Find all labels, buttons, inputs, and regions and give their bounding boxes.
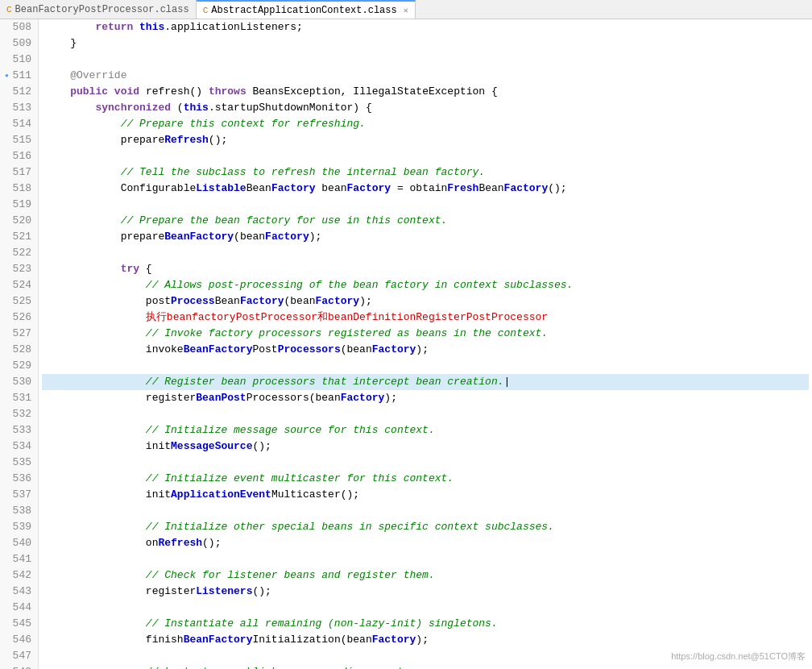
code-line-527: // Invoke factory processors registered … <box>42 326 809 342</box>
code-line-518: ConfigurableListableBeanFactory beanFact… <box>42 181 809 197</box>
code-line-546: finishBeanFactoryInitialization(beanFact… <box>42 632 809 648</box>
ln-531: 531 <box>6 390 31 406</box>
code-line-534: initMessageSource(); <box>42 438 809 455</box>
ln-519: 519 <box>6 197 31 213</box>
code-line-530: // Register bean processors that interce… <box>42 374 809 390</box>
ln-518: 518 <box>6 181 31 197</box>
code-line-511: @Override <box>42 68 809 84</box>
ln-521: 521 <box>6 229 31 245</box>
code-line-529 <box>42 358 809 374</box>
ln-533: 533 <box>6 422 31 438</box>
code-line-525: postProcessBeanFactory(beanFactory); <box>42 293 809 310</box>
ln-513: 513 <box>6 100 31 116</box>
code-line-547 <box>42 648 809 664</box>
code-content: return this.applicationListeners; } @Ove… <box>39 19 812 669</box>
ln-512: 512 <box>6 84 31 100</box>
ln-545: 545 <box>6 616 31 632</box>
tab-label-2: AbstractApplicationContext.class <box>211 5 396 16</box>
code-line-545: // Instantiate all remaining (non-lazy-i… <box>42 616 809 632</box>
ln-522: 522 <box>6 245 31 261</box>
code-line-526: 执行beanfactoryPostProcessor和beanDefinitio… <box>42 310 809 326</box>
code-line-520: // Prepare the bean factory for use in t… <box>42 213 809 229</box>
code-line-522 <box>42 245 809 261</box>
ln-528: 528 <box>6 342 31 358</box>
tab-close-2[interactable]: ✕ <box>404 6 408 15</box>
ln-525: 525 <box>6 293 31 310</box>
ln-526: 526 <box>6 310 31 326</box>
code-line-521: prepareBeanFactory(beanFactory); <box>42 229 809 245</box>
code-line-533: // Initialize message source for this co… <box>42 422 809 438</box>
tab-beanfactory[interactable]: C BeanFactoryPostProcessor.class <box>0 0 197 19</box>
tab-bar: C BeanFactoryPostProcessor.class C Abstr… <box>0 0 812 19</box>
code-line-540: onRefresh(); <box>42 535 809 551</box>
code-line-538 <box>42 503 809 519</box>
code-line-516 <box>42 148 809 164</box>
tab-abstractappcontext[interactable]: C AbstractApplicationContext.class ✕ <box>197 0 416 19</box>
code-line-510 <box>42 52 809 68</box>
code-line-515: prepareRefresh(); <box>42 132 809 148</box>
code-line-517: // Tell the subclass to refresh the inte… <box>42 164 809 181</box>
code-line-548: // Last step: publish corresponding even… <box>42 664 809 669</box>
ln-540: 540 <box>6 535 31 551</box>
code-line-537: initApplicationEventMulticaster(); <box>42 487 809 503</box>
code-line-524: // Allows post-processing of the bean fa… <box>42 277 809 293</box>
code-line-512: public void refresh() throws BeansExcept… <box>42 84 809 100</box>
ln-523: 523 <box>6 261 31 277</box>
ln-517: 517 <box>6 164 31 181</box>
code-line-532 <box>42 406 809 422</box>
code-line-543: registerListeners(); <box>42 584 809 600</box>
code-line-536: // Initialize event multicaster for this… <box>42 471 809 487</box>
ln-514: 514 <box>6 116 31 132</box>
ln-510: 510 <box>6 52 31 68</box>
ln-546: 546 <box>6 632 31 648</box>
ln-547: 547 <box>6 648 31 664</box>
ln-530: 530 <box>6 374 31 390</box>
ln-515: 515 <box>6 132 31 148</box>
code-line-514: // Prepare this context for refreshing. <box>42 116 809 132</box>
code-line-508: return this.applicationListeners; <box>42 19 809 35</box>
ln-536: 536 <box>6 471 31 487</box>
ln-537: 537 <box>6 487 31 503</box>
code-line-544 <box>42 600 809 616</box>
ln-520: 520 <box>6 213 31 229</box>
tab-icon-2: C <box>203 6 209 15</box>
code-line-513: synchronized (this.startupShutdownMonito… <box>42 100 809 116</box>
ln-511: 511 <box>6 68 31 84</box>
code-line-531: registerBeanPostProcessors(beanFactory); <box>42 390 809 406</box>
ln-544: 544 <box>6 600 31 616</box>
code-line-528: invokeBeanFactoryPostProcessors(beanFact… <box>42 342 809 358</box>
ln-539: 539 <box>6 519 31 535</box>
code-line-539: // Initialize other special beans in spe… <box>42 519 809 535</box>
code-line-542: // Check for listener beans and register… <box>42 567 809 584</box>
line-numbers: 508 509 510 511 512 513 514 515 516 517 … <box>0 19 39 669</box>
ln-541: 541 <box>6 551 31 567</box>
ln-527: 527 <box>6 326 31 342</box>
ln-508: 508 <box>6 19 31 35</box>
code-area: 508 509 510 511 512 513 514 515 516 517 … <box>0 19 812 669</box>
ln-535: 535 <box>6 455 31 471</box>
code-line-519 <box>42 197 809 213</box>
ln-532: 532 <box>6 406 31 422</box>
code-line-541 <box>42 551 809 567</box>
ln-524: 524 <box>6 277 31 293</box>
code-line-535 <box>42 455 809 471</box>
ln-529: 529 <box>6 358 31 374</box>
ln-543: 543 <box>6 584 31 600</box>
tab-icon-1: C <box>6 5 12 15</box>
ln-509: 509 <box>6 35 31 52</box>
ln-538: 538 <box>6 503 31 519</box>
code-line-523: try { <box>42 261 809 277</box>
ln-548: 548 <box>6 664 31 669</box>
code-line-509: } <box>42 35 809 52</box>
ln-542: 542 <box>6 567 31 584</box>
ln-534: 534 <box>6 438 31 455</box>
tab-label-1: BeanFactoryPostProcessor.class <box>15 4 189 15</box>
ln-516: 516 <box>6 148 31 164</box>
